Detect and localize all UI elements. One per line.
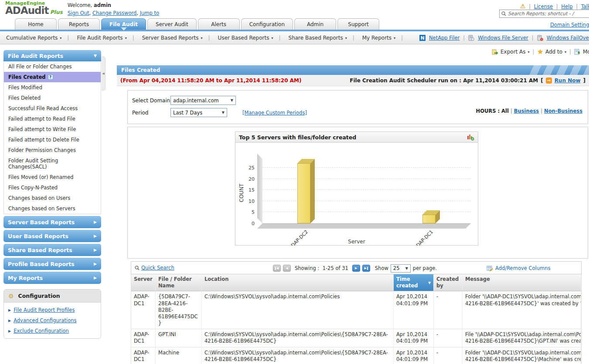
help-link[interactable]: Help bbox=[561, 3, 572, 10]
col-server[interactable]: Server bbox=[131, 274, 156, 291]
chart-box: Top 5 Servers with files/folder created … bbox=[235, 131, 478, 246]
sidebar-report-item[interactable]: Changes based on Servers bbox=[4, 203, 101, 214]
subnav-menu[interactable]: File Audit Reports ▾ | bbox=[75, 35, 136, 41]
chevron-down-icon: ▾ bbox=[528, 50, 530, 54]
tab[interactable]: Reports bbox=[58, 18, 100, 30]
bar-ADAP-DC1[interactable] bbox=[422, 215, 436, 223]
sidebar: File Audit Reports ▼ All File or Folder … bbox=[3, 50, 101, 339]
scheduler-row: (From Apr 04,2014 11:58:20 AM to Apr 11,… bbox=[117, 75, 589, 86]
cell-location: C:\Windows\SYSVOL\sysvol\adap.internal.c… bbox=[202, 347, 394, 364]
domain-select[interactable]: adap.internal.com ▼ bbox=[170, 96, 236, 105]
subnav-menu[interactable]: User Based Reports ▾ | bbox=[216, 35, 283, 41]
chevron-down-icon: ▾ bbox=[565, 50, 566, 54]
manage-custom-periods-link[interactable]: [Manage Custom Periods] bbox=[242, 110, 307, 116]
chevron-down-icon: ▾ bbox=[201, 36, 203, 40]
sidebar-report-item[interactable]: Files Modified bbox=[4, 82, 101, 93]
netapp-filer-link[interactable]: NetApp Filer bbox=[429, 35, 460, 41]
tab[interactable]: Admin bbox=[294, 18, 336, 30]
table-row: ADAP-DC1 {5D8A79C7-28EA-4216-B2BE-61B96E… bbox=[131, 291, 581, 329]
tab[interactable]: File Audit bbox=[101, 18, 146, 30]
configuration-link[interactable]: ▶ Advanced Configurations bbox=[8, 317, 96, 324]
sidebar-report-item[interactable]: Successful File Read Access bbox=[4, 103, 101, 114]
hours-all[interactable]: All bbox=[501, 108, 509, 114]
sidebar-report-item[interactable]: All File or Folder Changes bbox=[4, 61, 101, 72]
col-time-created[interactable]: Time created ▾ bbox=[394, 274, 434, 291]
chevron-down-icon: ▾ bbox=[271, 36, 273, 40]
sidebar-report-item[interactable]: Files Moved (or) Renamed bbox=[4, 172, 101, 182]
sidebar-section[interactable]: Share Based Reports ▶ bbox=[3, 244, 101, 256]
col-file-folder-name[interactable]: File / Folder Name bbox=[156, 274, 202, 291]
chevron-right-icon: ▶ bbox=[94, 234, 97, 238]
hours-non-business-link[interactable]: Non-Business bbox=[544, 108, 582, 114]
add-to-button[interactable]: ★ Add to ▾ bbox=[537, 48, 566, 56]
quick-search[interactable]: Quick Search bbox=[135, 265, 174, 271]
sidebar-report-item[interactable]: Failed attempt to Read File bbox=[4, 114, 101, 124]
sidebar-report-item[interactable]: Files Copy-N-Pasted bbox=[4, 182, 101, 193]
col-created-by[interactable]: Created by bbox=[434, 274, 463, 291]
sidebar-report-item[interactable]: Failed attempt to Write File bbox=[4, 124, 101, 135]
bar-ADAP-DC2[interactable] bbox=[297, 163, 310, 223]
chart-options-icon[interactable] bbox=[466, 134, 474, 141]
prev-page-button[interactable]: ◀ bbox=[283, 265, 291, 272]
talkback-link[interactable]: TalkBack bbox=[581, 3, 589, 10]
search-input[interactable] bbox=[508, 11, 586, 17]
show-label: Show bbox=[375, 265, 388, 271]
next-page-button[interactable]: ▶ bbox=[352, 265, 360, 272]
last-page-button[interactable]: ▶ bbox=[362, 265, 370, 272]
sidebar-collapse-handle[interactable]: ◀ bbox=[102, 57, 106, 91]
sidebar-section[interactable]: User Based Reports ▶ bbox=[3, 230, 101, 242]
bullet-arrow-icon: ▶ bbox=[8, 329, 11, 333]
sidebar-report-item[interactable]: Changes based on Users bbox=[4, 193, 101, 203]
sidebar-section-file-audit-reports[interactable]: File Audit Reports ▼ bbox=[3, 50, 101, 61]
select-domain-label: Select Domain bbox=[132, 98, 170, 104]
page-size-select[interactable]: 25 ▼ bbox=[391, 264, 411, 273]
y-tick-label: 25 bbox=[237, 165, 255, 171]
help-badge-icon[interactable]: ? bbox=[48, 74, 53, 80]
add-remove-columns-button[interactable]: Add/Remove Columns bbox=[487, 262, 551, 275]
tab[interactable]: Home bbox=[15, 18, 57, 30]
sign-out-link[interactable]: Sign Out bbox=[68, 10, 89, 16]
jump-to-link[interactable]: Jump to bbox=[140, 10, 159, 16]
configuration-link[interactable]: ▶ File Audit Report Profiles bbox=[8, 307, 96, 313]
col-location[interactable]: Location bbox=[202, 274, 394, 291]
search-box[interactable] bbox=[499, 10, 589, 18]
tab[interactable]: Support bbox=[337, 18, 379, 30]
license-link[interactable]: License bbox=[534, 3, 553, 10]
subnav-menu[interactable]: Cumulative Reports ▾ | bbox=[4, 35, 71, 41]
tab[interactable]: Alerts bbox=[198, 18, 240, 30]
more-button[interactable]: More ▾ bbox=[574, 49, 589, 55]
export-as-button[interactable]: Export As ▾ bbox=[492, 49, 530, 55]
col-message[interactable]: Message bbox=[463, 274, 581, 291]
sidebar-report-item[interactable]: Files Created ? bbox=[4, 72, 101, 82]
sidebar-report-item[interactable]: Folder Permission Changes bbox=[4, 145, 101, 155]
chart-wall bbox=[257, 154, 262, 223]
product-plus: Plus bbox=[50, 9, 63, 15]
subnav-menu[interactable]: Share Based Reports ▾ | bbox=[287, 35, 356, 41]
change-password-link[interactable]: Change Password bbox=[92, 10, 136, 16]
run-now-link[interactable]: Run Now bbox=[555, 78, 581, 84]
period-select[interactable]: Last 7 Days ▼ bbox=[170, 108, 227, 117]
windows-failover-cluster-link[interactable]: Windows FailOver Cluster bbox=[547, 35, 589, 41]
configuration-link[interactable]: ▶ Exclude Configuration bbox=[8, 328, 96, 334]
subnav-menu[interactable]: My Reports ▾ | bbox=[361, 35, 405, 41]
cell-location: C:\Windows\SYSVOL\sysvol\adap.internal.c… bbox=[202, 329, 394, 347]
chart-panel: Top 5 Servers with files/folder created … bbox=[127, 127, 588, 259]
sidebar-section[interactable]: My Reports ▶ bbox=[3, 272, 101, 284]
domain-settings-link[interactable]: Domain Settings bbox=[550, 22, 589, 28]
warning-icon[interactable]: ⚠ bbox=[520, 3, 526, 10]
sidebar-report-item[interactable]: Failed attempt to Delete File bbox=[4, 135, 101, 145]
chart-body: COUNT Server 0510152025ADAP-DC2ADAP-DC1 bbox=[235, 143, 478, 246]
search-icon bbox=[135, 266, 140, 270]
sidebar-section[interactable]: Server Based Reports ▶ bbox=[3, 216, 101, 228]
sidebar-report-item[interactable]: Folder Audit Setting Changes(SACL) bbox=[4, 155, 101, 172]
first-page-button[interactable]: ◀ bbox=[273, 265, 281, 272]
windows-file-server-link[interactable]: Windows File Server bbox=[478, 35, 528, 41]
sidebar-section[interactable]: Profile Based Reports ▶ bbox=[3, 258, 101, 270]
sidebar-report-item[interactable]: Files Deleted bbox=[4, 93, 101, 103]
cell-created-by: - bbox=[434, 347, 463, 364]
subnav-menu[interactable]: Server Based Reports ▾ | bbox=[140, 35, 212, 41]
tab[interactable]: Configuration bbox=[241, 18, 293, 30]
hours-business-link[interactable]: Business bbox=[514, 108, 539, 114]
tab[interactable]: Server Audit bbox=[147, 18, 197, 30]
per-page-label: per page. bbox=[413, 265, 437, 271]
